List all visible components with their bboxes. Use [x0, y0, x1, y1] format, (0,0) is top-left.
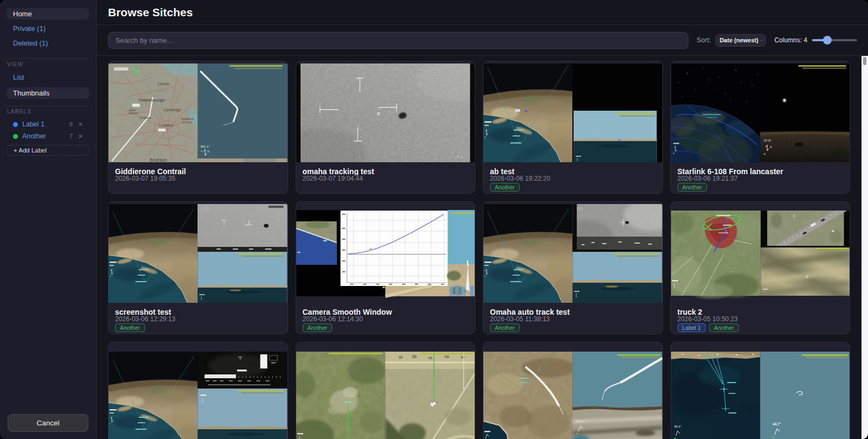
svg-text:Lincoln: Lincoln — [158, 82, 170, 86]
svg-text:Cambridge: Cambridge — [164, 108, 181, 112]
svg-text:Peterborough: Peterborough — [139, 98, 165, 103]
svg-text:N: N — [207, 150, 209, 153]
svg-text:England: England — [155, 88, 168, 93]
svg-text:97.6°: 97.6° — [764, 139, 772, 142]
svg-text:London: London — [159, 123, 174, 128]
svg-text:Brighton: Brighton — [150, 157, 167, 162]
svg-text:351.1°: 351.1° — [200, 145, 210, 148]
svg-text:Keynes: Keynes — [129, 111, 138, 114]
svg-text:44.7°: 44.7° — [773, 422, 781, 426]
svg-text:St Albans: St Albans — [140, 116, 151, 119]
svg-text:on Sea: on Sea — [182, 120, 192, 124]
svg-text:N: N — [770, 146, 771, 149]
svg-text:86.2°: 86.2° — [674, 425, 681, 428]
svg-text:47.7°: 47.7° — [576, 420, 584, 423]
